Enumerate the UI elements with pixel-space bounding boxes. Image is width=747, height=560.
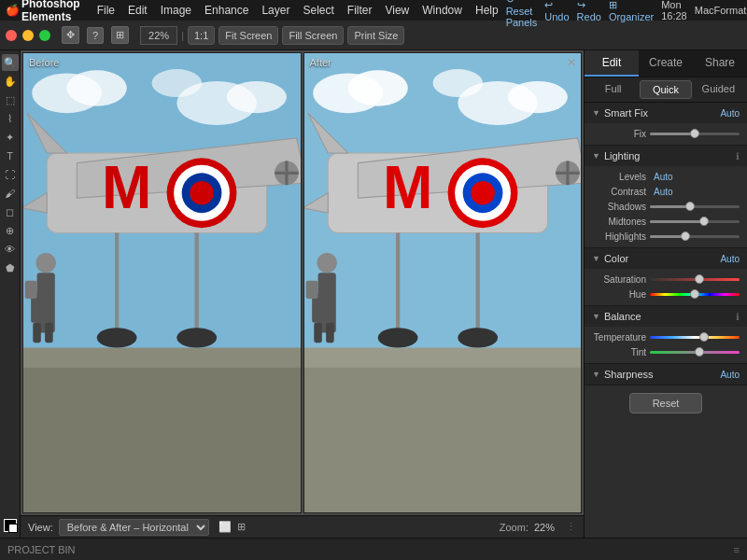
panel-layout-icon[interactable]: ⊞ [237,521,246,533]
zoom-label-text: Zoom: [500,522,529,533]
shadows-thumb[interactable] [685,202,695,211]
color-swatch[interactable] [2,517,19,534]
format-label: MacFormat [695,5,747,16]
fit-screen-btn[interactable]: Fit Screen [218,26,278,45]
panel-resize-icon[interactable]: ⋮ [566,521,576,533]
menu-select[interactable]: Select [297,2,339,19]
fix-slider-thumb[interactable] [690,129,699,138]
clone-tool[interactable]: ⊕ [2,222,19,239]
smart-fix-chevron: ▼ [592,108,600,118]
menu-edit[interactable]: Edit [122,2,153,19]
temperature-track[interactable] [650,336,740,339]
menu-layer[interactable]: Layer [256,2,295,19]
move-tool-icon[interactable]: ✥ [62,26,79,44]
balance-header[interactable]: ▼ Balance ℹ [585,306,747,327]
undo-btn[interactable]: ↩ Undo [544,0,569,22]
brush-tool[interactable]: 🖌 [2,185,19,202]
project-bin-expand-icon[interactable]: ≡ [734,544,740,555]
close-button[interactable] [6,30,17,41]
midtones-track[interactable] [650,220,740,223]
balance-section: ▼ Balance ℹ Temperature Tint [585,306,747,364]
levels-auto-btn[interactable]: Auto [654,172,673,182]
hand-tool[interactable]: ✋ [2,73,19,90]
organizer-btn[interactable]: ⊞ Organizer [609,0,654,22]
svg-point-15 [190,181,214,205]
hue-thumb[interactable] [690,289,699,299]
tab-create[interactable]: Create [639,50,693,77]
tab-share[interactable]: Share [693,50,747,77]
zoom-tool[interactable]: 🔍 [2,54,19,71]
highlights-thumb[interactable] [681,231,690,241]
sub-tabs: Full Quick Guided [585,77,747,103]
ratio-btn[interactable]: 1:1 [188,26,215,45]
menu-help[interactable]: Help [470,2,504,19]
fix-row: Fix [592,129,740,139]
tab-edit[interactable]: Edit [585,50,639,77]
menu-view[interactable]: View [379,2,415,19]
midtones-row: Midtones [592,217,740,227]
eye-tool[interactable]: 👁 [2,241,19,258]
panel-switcher-icon[interactable]: ⬜ [218,521,232,533]
magic-wand-tool[interactable]: ✦ [2,129,19,146]
maximize-button[interactable] [39,30,50,41]
apple-menu-icon[interactable]: 🍎 [6,4,20,17]
balance-title: Balance [604,311,732,322]
sharpness-header[interactable]: ▼ Sharpness Auto [585,364,747,385]
before-label: Before [29,57,59,68]
lighting-header[interactable]: ▼ Lighting ℹ [585,146,747,166]
reset-panels-btn[interactable]: ↺ Reset Panels [506,0,538,28]
eraser-tool[interactable]: ◻ [2,203,19,220]
saturation-track[interactable] [650,278,740,281]
temperature-thumb[interactable] [699,332,709,342]
fix-slider-track[interactable] [650,133,740,135]
sharpness-auto-btn[interactable]: Auto [720,370,740,380]
midtones-thumb[interactable] [699,217,709,226]
menu-filter[interactable]: Filter [342,2,378,19]
zoom-input[interactable]: 22% [140,26,177,45]
text-tool[interactable]: T [2,147,19,164]
menu-enhance[interactable]: Enhance [199,2,254,19]
print-size-btn[interactable]: Print Size [347,26,404,45]
minimize-button[interactable] [22,30,34,41]
redo-btn[interactable]: ↪ Redo [577,0,601,22]
before-panel: Before [22,52,302,513]
subtab-quick[interactable]: Quick [640,80,691,99]
question-icon[interactable]: ? [87,27,104,44]
hue-track[interactable] [650,293,740,296]
grid-icon[interactable]: ⊞ [111,26,129,44]
shape-tool[interactable]: ⬟ [2,259,19,276]
saturation-thumb[interactable] [695,274,704,284]
smart-fix-auto-btn[interactable]: Auto [720,108,740,119]
svg-point-52 [471,181,495,205]
shadows-track[interactable] [650,205,740,208]
bottom-bar: View: Before & After – Horizontal ⬜ ⊞ Zo… [21,515,584,538]
contrast-auto-btn[interactable]: Auto [654,187,673,197]
menu-image[interactable]: Image [155,2,197,19]
color-header[interactable]: ▼ Color Auto [585,248,747,269]
right-panel: Edit Create Share Full Quick Guided ▼ Sm… [584,50,747,538]
tint-thumb[interactable] [695,347,704,357]
lighting-content: Levels Auto Contrast Auto Shadows Midton… [585,166,747,247]
svg-point-60 [458,328,498,347]
svg-rect-43 [304,363,582,512]
view-select[interactable]: Before & After – Horizontal [59,519,209,536]
highlights-label: Highlights [592,231,646,242]
fill-screen-btn[interactable]: Fill Screen [282,26,344,45]
color-auto-btn[interactable]: Auto [720,254,740,264]
svg-rect-29 [45,323,53,343]
tint-track[interactable] [650,351,740,354]
close-after-icon[interactable]: ✕ [567,56,576,69]
tint-label: Tint [592,347,646,357]
balance-chevron: ▼ [592,312,600,321]
smart-fix-header[interactable]: ▼ Smart Fix Auto [585,103,747,123]
selection-tool[interactable]: ⬚ [2,91,19,108]
menu-file[interactable]: File [92,2,120,19]
highlights-track[interactable] [650,235,740,238]
shadows-row: Shadows [592,202,740,212]
crop-tool[interactable]: ⛶ [2,166,19,183]
lasso-tool[interactable]: ⌇ [2,110,19,127]
reset-button[interactable]: Reset [629,393,703,413]
menu-window[interactable]: Window [416,2,468,19]
subtab-full[interactable]: Full [588,80,638,99]
subtab-guided[interactable]: Guided [694,80,743,99]
